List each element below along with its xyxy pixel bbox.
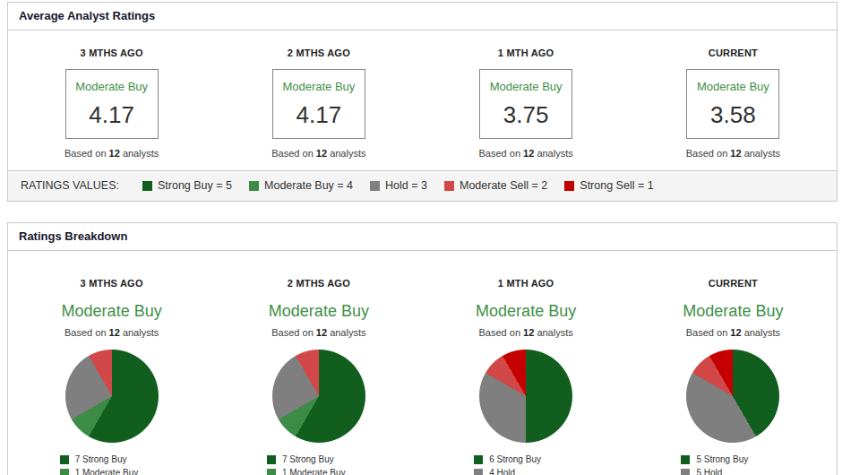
period-label: 2 MTHS AGO [215,48,422,58]
rating-text: Moderate Buy [275,80,363,93]
pie-legend-row: 1 Moderate Buy [267,466,371,475]
strong-sell-swatch-icon [564,181,574,191]
rating-value: 4.17 [68,103,156,126]
legend-item-text: Hold = 3 [385,179,427,192]
breakdown-column-current: CURRENT Moderate Buy Based on 12 analyst… [630,278,837,475]
analyst-count: 12 [730,327,741,338]
rating-text: Moderate Buy [482,80,570,93]
hold-swatch-icon [681,469,690,475]
hold-swatch-icon [370,181,380,191]
rating-value-box: Moderate Buy 3.75 [479,69,572,139]
rating-text: Moderate Buy [423,302,630,321]
rating-text: Moderate Buy [689,80,777,93]
period-label: 3 MTHS AGO [8,278,215,289]
pie-legend-row: 5 Hold [681,466,785,475]
rating-value-box: Moderate Buy 3.58 [686,69,779,139]
pie-legend: 7 Strong Buy 1 Moderate Buy 3 Hold 1 Mod… [60,453,164,475]
based-on-analysts: Based on 12 analysts [215,148,422,159]
strong-buy-swatch-icon [681,455,690,464]
period-label: 1 MTH AGO [423,278,630,289]
legend-item-text: Moderate Buy = 4 [264,179,353,192]
analyst-count: 12 [109,148,120,159]
based-on-analysts: Based on 12 analysts [215,327,422,338]
legend-item-strong-buy: Strong Buy = 5 [142,179,232,192]
analyst-count: 12 [523,148,534,159]
period-label: CURRENT [630,278,837,289]
strong-buy-swatch-icon [142,181,152,191]
hold-swatch-icon [474,469,483,475]
pie-legend-row: 7 Strong Buy [60,453,164,466]
rating-value: 4.17 [275,103,363,126]
breakdown-column-3mths: 3 MTHS AGO Moderate Buy Based on 12 anal… [8,278,215,475]
rating-value-box: Moderate Buy 4.17 [65,69,159,139]
panel-title-ratings-breakdown: Ratings Breakdown [8,223,837,251]
ratings-pie-chart [686,350,779,443]
strong-buy-swatch-icon [267,455,276,464]
breakdown-column-1mth: 1 MTH AGO Moderate Buy Based on 12 analy… [423,278,630,475]
ratings-values-legend-bar: RATINGS VALUES: Strong Buy = 5 Moderate … [8,170,837,201]
legend-item-moderate-sell: Moderate Sell = 2 [444,179,547,192]
rating-value-box: Moderate Buy 4.17 [272,69,365,139]
pie-legend-row: 6 Strong Buy [474,453,578,466]
pie-legend: 5 Strong Buy 5 Hold 1 Moderate Sell 1 St… [681,453,785,475]
rating-value: 3.75 [482,103,570,126]
analyst-count: 12 [316,327,327,338]
breakdown-column-2mths: 2 MTHS AGO Moderate Buy Based on 12 anal… [215,278,422,475]
moderate-buy-swatch-icon [267,469,276,475]
moderate-sell-swatch-icon [444,181,454,191]
rating-text: Moderate Buy [8,302,215,321]
average-rating-column-3mths: 3 MTHS AGO Moderate Buy 4.17 Based on 12… [8,48,215,159]
pie-legend-row: 4 Hold [474,466,578,475]
moderate-buy-swatch-icon [249,181,259,191]
analyst-count: 12 [730,148,741,159]
average-rating-column-current: CURRENT Moderate Buy 3.58 Based on 12 an… [630,48,837,159]
period-label: 1 MTH AGO [423,48,630,58]
legend-item-moderate-buy: Moderate Buy = 4 [249,179,353,192]
rating-text: Moderate Buy [68,80,156,93]
pie-legend-row: 5 Strong Buy [681,453,785,466]
ratings-values-label: RATINGS VALUES: [21,179,119,192]
moderate-buy-swatch-icon [60,469,69,475]
average-analyst-ratings-panel: Average Analyst Ratings 3 MTHS AGO Moder… [7,2,838,202]
ratings-values-items: Strong Buy = 5 Moderate Buy = 4 Hold = 3… [142,179,654,192]
legend-item-strong-sell: Strong Sell = 1 [564,179,653,192]
legend-item-hold: Hold = 3 [370,179,427,192]
ratings-pie-chart [272,350,365,443]
based-on-analysts: Based on 12 analysts [423,327,630,338]
pie-legend: 7 Strong Buy 1 Moderate Buy 3 Hold 1 Mod… [267,453,371,475]
ratings-breakdown-grid: 3 MTHS AGO Moderate Buy Based on 12 anal… [8,251,837,475]
average-rating-column-1mth: 1 MTH AGO Moderate Buy 3.75 Based on 12 … [423,48,630,159]
strong-buy-swatch-icon [474,455,483,464]
legend-item-text: Strong Sell = 1 [580,179,653,192]
strong-buy-swatch-icon [60,455,69,464]
ratings-pie-chart [65,350,159,443]
period-label: 2 MTHS AGO [215,278,422,289]
average-rating-column-2mths: 2 MTHS AGO Moderate Buy 4.17 Based on 12… [215,48,422,159]
analyst-count: 12 [523,327,534,338]
pie-legend-row: 7 Strong Buy [267,453,371,466]
panel-title-average-analyst-ratings: Average Analyst Ratings [8,3,837,30]
period-label: CURRENT [630,48,837,58]
ratings-breakdown-panel: Ratings Breakdown 3 MTHS AGO Moderate Bu… [7,222,838,475]
rating-text: Moderate Buy [215,302,422,321]
period-label: 3 MTHS AGO [8,48,215,58]
pie-legend: 6 Strong Buy 4 Hold 1 Moderate Sell 1 St… [474,453,578,475]
based-on-analysts: Based on 12 analysts [630,327,837,338]
pie-legend-row: 1 Moderate Buy [60,466,164,475]
based-on-analysts: Based on 12 analysts [8,327,215,338]
based-on-analysts: Based on 12 analysts [423,148,630,159]
legend-item-text: Moderate Sell = 2 [460,179,547,192]
rating-value: 3.58 [689,103,777,126]
based-on-analysts: Based on 12 analysts [630,148,837,159]
analyst-count: 12 [109,327,120,338]
rating-text: Moderate Buy [630,302,837,321]
average-ratings-grid: 3 MTHS AGO Moderate Buy 4.17 Based on 12… [8,30,837,170]
ratings-pie-chart [479,350,572,443]
based-on-analysts: Based on 12 analysts [8,148,215,159]
legend-item-text: Strong Buy = 5 [158,179,232,192]
analyst-count: 12 [316,148,327,159]
